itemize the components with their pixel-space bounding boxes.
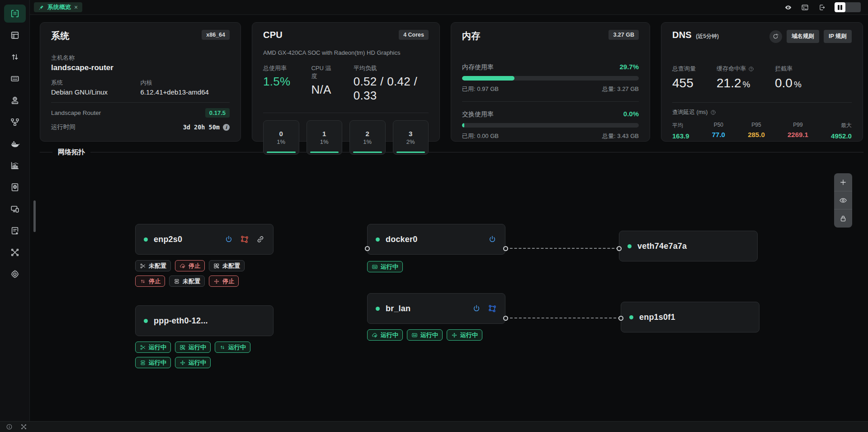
sidebar-item-dns[interactable] (4, 178, 26, 196)
power-icon[interactable] (224, 235, 233, 244)
connection-port[interactable] (365, 246, 370, 251)
pin-icon (38, 5, 44, 10)
logout-icon[interactable] (818, 4, 826, 11)
sidebar-item-flow[interactable] (4, 113, 26, 131)
service-badge[interactable]: 运行中 (135, 357, 171, 368)
badge-label: 未配置 (222, 262, 240, 270)
node-label: docker0 (386, 235, 417, 244)
traffic-icon (10, 52, 20, 62)
devices-icon (10, 204, 20, 214)
node-actions (224, 235, 265, 244)
terminal-icon[interactable] (801, 4, 809, 11)
close-icon[interactable]: × (74, 4, 78, 11)
connection-port[interactable] (617, 246, 622, 251)
link-icon[interactable] (256, 235, 265, 244)
node-label: ppp-eth0-12... (154, 316, 208, 326)
badge-label: 运行中 (149, 359, 166, 367)
topology-node-docker0[interactable]: docker0 (367, 224, 505, 255)
service-badge[interactable]: 停止 (175, 260, 205, 271)
svg-text:Ad: Ad (413, 334, 416, 337)
service-badge[interactable]: 运行中 (447, 329, 482, 341)
connection-port[interactable] (618, 316, 623, 321)
status-bar (0, 421, 868, 432)
node-badges: 运行中Ad运行中运行中 (367, 329, 513, 341)
node-label: enp2s0 (154, 235, 182, 244)
shrink-icon[interactable] (20, 423, 27, 430)
node-actions (488, 235, 497, 244)
status-dot (376, 237, 380, 242)
panel-icon (10, 30, 20, 40)
scissors-icon (140, 263, 146, 269)
service-badge[interactable]: 运行中 (175, 342, 211, 353)
eye-clock-icon[interactable] (784, 4, 792, 11)
tab-label: 系统概览 (47, 3, 71, 11)
sidebar-item-metrics[interactable] (4, 157, 26, 175)
topology-toolbar (834, 173, 852, 228)
power-icon[interactable] (488, 235, 497, 244)
service-badge[interactable]: 未配置 (135, 260, 171, 271)
fit-view-button[interactable] (834, 191, 852, 209)
connection-port[interactable] (503, 246, 508, 251)
dashboard-icon (10, 9, 20, 19)
sidebar-item-interfaces[interactable] (4, 26, 26, 44)
service-badge[interactable]: 运行中 (215, 342, 250, 353)
lock-canvas-button[interactable] (834, 209, 852, 228)
service-badge[interactable]: 运行中 (135, 342, 171, 353)
status-dot (629, 315, 633, 319)
service-badge[interactable]: 停止 (209, 275, 239, 287)
badge-label: 运行中 (381, 331, 398, 339)
service-badge[interactable]: Ad运行中 (407, 329, 443, 341)
badge-label: 运行中 (420, 331, 438, 339)
power-icon[interactable] (472, 304, 481, 313)
sidebar-item-settings[interactable] (4, 265, 26, 283)
topology-node-enp2s0[interactable]: enp2s0 (135, 224, 274, 255)
topology-canvas[interactable]: enp2s0未配置停止未配置停止未配置停止ppp-eth0-12...运行中运行… (0, 0, 868, 432)
service-badge[interactable]: Ad运行中 (367, 261, 403, 272)
connection-port[interactable] (503, 316, 508, 321)
updown-icon (140, 278, 146, 285)
node-label: enp1s0f1 (639, 313, 675, 322)
badge-label: 运行中 (381, 263, 398, 271)
scissors-icon (140, 344, 146, 351)
node-badges: 运行中运行中运行中运行中运行中 (135, 342, 277, 368)
sidebar-item-rules[interactable] (4, 222, 26, 240)
badge-label: 运行中 (228, 343, 246, 351)
service-badge[interactable]: 运行中 (367, 329, 403, 341)
vertical-scrollbar[interactable] (33, 200, 36, 232)
sidebar-item-firewall[interactable] (4, 243, 26, 261)
sidebar (0, 0, 30, 421)
service-badge[interactable]: 停止 (135, 275, 165, 287)
vector-square-icon[interactable] (240, 235, 249, 244)
badge-label: 未配置 (149, 262, 166, 270)
service-badge[interactable]: 未配置 (209, 260, 245, 271)
sidebar-item-overview[interactable] (4, 5, 26, 23)
sidebar-item-gateway[interactable] (4, 91, 26, 109)
move-icon (451, 332, 458, 338)
svg-text:Ad: Ad (373, 266, 377, 268)
status-dot (376, 307, 380, 311)
service-badge[interactable]: 运行中 (175, 357, 211, 368)
badge-label: 停止 (222, 277, 234, 285)
vector-square-icon[interactable] (488, 304, 497, 313)
zoom-in-button[interactable] (834, 173, 852, 191)
sidebar-item-switch[interactable] (4, 70, 26, 88)
sidebar-item-docker[interactable] (4, 135, 26, 153)
updown-icon (219, 344, 226, 351)
split-view-toggle[interactable] (835, 2, 861, 12)
dns-book-icon (10, 182, 20, 192)
topology-node-ppp-eth0[interactable]: ppp-eth0-12... (135, 305, 274, 336)
info-icon[interactable] (6, 423, 13, 430)
header: 系统概览 × (30, 0, 868, 15)
node-actions (472, 304, 497, 313)
topology-node-enp1s0f1[interactable]: enp1s0f1 (621, 302, 760, 332)
cloud-icon (179, 263, 186, 269)
topology-node-veth74e7a7a[interactable]: veth74e7a7a (619, 231, 758, 261)
sidebar-item-traffic[interactable] (4, 48, 26, 66)
status-dot (627, 244, 632, 248)
node-badges: 未配置停止未配置停止未配置停止 (135, 260, 277, 287)
grid-icon (179, 344, 186, 351)
tab-system-overview[interactable]: 系统概览 × (34, 2, 82, 12)
sidebar-item-devices[interactable] (4, 200, 26, 218)
service-badge[interactable]: 未配置 (169, 275, 205, 287)
topology-node-br_lan[interactable]: br_lan (367, 293, 505, 324)
